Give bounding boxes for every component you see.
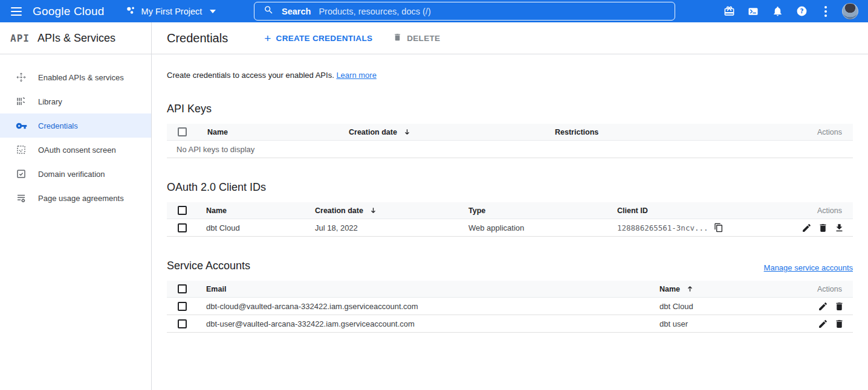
client-type: Web application — [468, 223, 617, 232]
list-settings-icon — [15, 192, 27, 204]
column-header-name[interactable]: Name — [659, 285, 780, 293]
column-header-client-id: Client ID — [617, 206, 780, 215]
sidebar-item-label: OAuth consent screen — [38, 145, 116, 155]
cloud-shell-icon[interactable] — [741, 0, 765, 22]
search-placeholder: Products, resources, docs (/) — [319, 7, 430, 16]
select-all-checkbox[interactable] — [178, 284, 187, 293]
manage-service-accounts-link[interactable]: Manage service accounts — [764, 263, 853, 272]
google-cloud-logo[interactable]: Google Cloud — [33, 5, 105, 18]
service-accounts-section: Service Accounts Manage service accounts… — [167, 260, 853, 333]
consent-screen-icon — [15, 144, 27, 156]
api-logo-icon: API — [10, 33, 30, 44]
sort-desc-icon — [403, 128, 411, 136]
library-icon — [15, 95, 27, 107]
edit-icon[interactable] — [818, 319, 828, 329]
delete-button[interactable]: DELETE — [393, 33, 440, 43]
column-header-actions: Actions — [780, 206, 853, 215]
row-actions — [780, 223, 853, 233]
trash-icon[interactable] — [834, 319, 844, 329]
svg-text:?: ? — [800, 7, 803, 14]
sidebar-item-label: Credentials — [38, 121, 78, 130]
column-header-name: Name — [207, 128, 349, 136]
row-actions — [780, 301, 853, 312]
more-vert-icon[interactable] — [814, 0, 838, 22]
search-input[interactable]: Search Products, resources, docs (/) — [254, 2, 675, 21]
row-actions — [780, 319, 853, 329]
project-icon — [125, 5, 136, 18]
sidebar-item-domain-verification[interactable]: Domain verification — [0, 162, 151, 186]
sidebar-item-label: Enabled APIs & services — [38, 73, 124, 82]
topbar-actions: ? — [717, 0, 868, 22]
page-content: Create credentials to access your enable… — [152, 54, 868, 333]
column-header-email: Email — [206, 285, 659, 293]
download-icon[interactable] — [834, 223, 844, 233]
avatar[interactable] — [838, 0, 862, 22]
oauth-clients-heading: OAuth 2.0 Client IDs — [167, 181, 853, 194]
search-icon — [264, 5, 274, 18]
column-header-creation-date[interactable]: Creation date — [315, 206, 468, 215]
sidebar-item-enabled-apis[interactable]: Enabled APIs & services — [0, 65, 151, 89]
sidebar-item-label: Domain verification — [38, 170, 105, 179]
row-checkbox[interactable] — [178, 223, 187, 232]
sidebar-header: API APIs & Services — [0, 22, 151, 54]
column-header-type: Type — [468, 206, 617, 215]
sidebar-item-oauth-consent[interactable]: OAuth consent screen — [0, 138, 151, 162]
learn-more-link[interactable]: Learn more — [336, 71, 376, 80]
oauth-clients-table: Name Creation date Type Client ID Action… — [167, 202, 853, 237]
service-account-email: dbt-user@vaulted-arcana-332422.iam.gserv… — [206, 319, 659, 328]
sidebar-nav: Enabled APIs & services Library Credenti… — [0, 54, 151, 210]
client-id-cell: 128886265561-3ncv... — [617, 223, 780, 232]
column-header-actions: Actions — [786, 128, 853, 136]
page-title: Credentials — [167, 31, 228, 45]
service-account-email: dbt-cloud@vaulted-arcana-332422.iam.gser… — [206, 302, 659, 311]
trash-icon — [393, 33, 402, 43]
select-all-checkbox[interactable] — [178, 127, 187, 136]
column-header-restrictions: Restrictions — [555, 128, 786, 136]
table-header-row: Email Name Actions — [167, 281, 853, 298]
sidebar-item-library[interactable]: Library — [0, 89, 151, 113]
edit-icon[interactable] — [802, 223, 812, 233]
table-row: dbt-cloud@vaulted-arcana-332422.iam.gser… — [167, 298, 853, 315]
chevron-down-icon — [210, 10, 216, 13]
service-accounts-heading: Service Accounts — [167, 260, 250, 272]
main-area: Credentials + CREATE CREDENTIALS DELETE … — [152, 22, 868, 390]
edit-icon[interactable] — [818, 301, 828, 312]
row-checkbox[interactable] — [178, 319, 187, 328]
table-row: dbt Cloud Jul 18, 2022 Web application 1… — [167, 219, 853, 237]
project-name: My First Project — [141, 7, 202, 16]
service-account-name: dbt user — [659, 319, 780, 328]
help-icon[interactable]: ? — [789, 0, 814, 22]
trash-icon[interactable] — [834, 301, 844, 312]
plus-icon: + — [264, 33, 271, 44]
service-account-name: dbt Cloud — [659, 302, 780, 311]
trash-icon[interactable] — [818, 223, 828, 233]
project-selector[interactable]: My First Project — [125, 5, 216, 18]
table-row: dbt-user@vaulted-arcana-332422.iam.gserv… — [167, 315, 853, 333]
select-all-checkbox[interactable] — [178, 206, 187, 215]
sidebar-item-label: Library — [38, 97, 62, 106]
column-header-creation-date[interactable]: Creation date — [349, 128, 555, 136]
page-toolbar: Credentials + CREATE CREDENTIALS DELETE — [152, 22, 868, 54]
empty-state-message: No API keys to display — [167, 141, 853, 158]
check-box-icon — [15, 168, 27, 180]
service-accounts-table: Email Name Actions dbt-cloud@vau — [167, 281, 853, 333]
table-header-row: Name Creation date Restrictions Actions — [167, 124, 853, 141]
sidebar: API APIs & Services Enabled APIs & servi… — [0, 22, 152, 390]
client-id-value: 128886265561-3ncv... — [617, 223, 708, 232]
key-icon — [15, 120, 27, 132]
gift-icon[interactable] — [717, 0, 741, 22]
sidebar-item-page-usage-agreements[interactable]: Page usage agreements — [0, 186, 151, 210]
notifications-icon[interactable] — [765, 0, 789, 22]
sidebar-item-credentials[interactable]: Credentials — [0, 113, 151, 138]
table-header-row: Name Creation date Type Client ID Action… — [167, 202, 853, 219]
create-credentials-button[interactable]: + CREATE CREDENTIALS — [264, 33, 372, 44]
row-checkbox[interactable] — [178, 302, 187, 311]
sort-asc-icon — [686, 285, 694, 293]
column-header-name: Name — [206, 206, 315, 215]
gcp-console-page: Google Cloud My First Project Search Pro… — [0, 0, 868, 390]
oauth-clients-section: OAuth 2.0 Client IDs Name Creation date — [167, 181, 853, 237]
copy-icon[interactable] — [714, 223, 724, 232]
sidebar-title: APIs & Services — [37, 32, 115, 45]
menu-icon[interactable] — [0, 0, 33, 22]
sidebar-item-label: Page usage agreements — [38, 194, 124, 203]
